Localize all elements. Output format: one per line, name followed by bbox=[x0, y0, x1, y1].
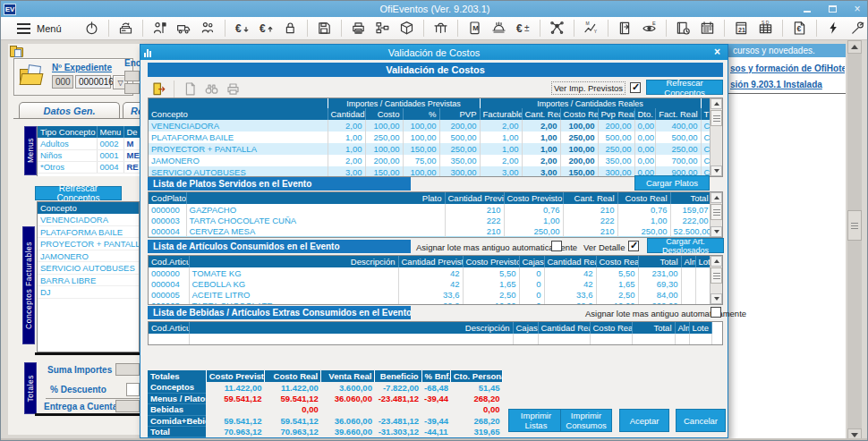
table-row[interactable]: Adultos0002M bbox=[38, 138, 140, 149]
table-row[interactable]: 000003TARTA CHOCOLATE CUÑA2221,002221,00… bbox=[149, 215, 711, 225]
table-row[interactable]: 000004CEBOLLA KG421,650421,6569,30 bbox=[149, 278, 711, 289]
asignar-lote-bebidas-checkbox[interactable] bbox=[711, 307, 721, 318]
euro-pm-icon[interactable]: €± bbox=[511, 19, 535, 38]
encargado-field-2[interactable] bbox=[124, 83, 140, 94]
table-row[interactable]: 000003TARTA CHOCOLATE22,210,00022,210,00… bbox=[149, 300, 711, 305]
table-row[interactable]: *Otros0004RE bbox=[38, 161, 140, 173]
dialog-titlebar[interactable]: Validación de Costos × bbox=[140, 45, 728, 60]
calendar-icon[interactable] bbox=[695, 19, 719, 38]
dish-icon[interactable] bbox=[487, 19, 511, 38]
refrescar-conceptos-left-button[interactable]: Refrescar Conceptos bbox=[35, 186, 122, 200]
power-icon[interactable] bbox=[80, 19, 104, 38]
scroll-up-button[interactable] bbox=[847, 40, 862, 54]
asignar-lote-checkbox[interactable] bbox=[551, 241, 562, 251]
graph-icon[interactable]: MY bbox=[579, 19, 603, 38]
list-item[interactable]: VENENCIADORA bbox=[38, 214, 139, 226]
printer-icon[interactable] bbox=[222, 81, 243, 98]
descuento-field[interactable] bbox=[126, 383, 140, 396]
table-row[interactable]: 000005FRITURAS VARIADAS21010,7521010,752… bbox=[149, 236, 711, 238]
grid-sd-icon[interactable]: S D bbox=[753, 19, 778, 38]
network-icon[interactable] bbox=[545, 19, 569, 38]
cargar-platos-button[interactable]: Cargar Platos bbox=[634, 175, 710, 191]
list-item[interactable]: SERVICIO AUTOBUSES bbox=[38, 262, 139, 275]
table-row[interactable]: Bebidas 0,00 0,00 bbox=[148, 404, 503, 415]
list-item[interactable]: DJ bbox=[38, 286, 139, 299]
scroll-down-button[interactable] bbox=[711, 226, 722, 237]
articulos-scrollbar[interactable] bbox=[710, 256, 722, 304]
vertical-tab-totales[interactable]: Totales bbox=[24, 362, 37, 414]
table-row[interactable]: VENENCIADORA2,00100,00100,00200,002,002,… bbox=[149, 120, 711, 131]
scroll-up-button[interactable] bbox=[711, 192, 722, 203]
ver-detalle-checkbox[interactable] bbox=[628, 241, 639, 251]
vertical-tab-conceptos-facturables[interactable]: Conceptos Facturables bbox=[22, 226, 35, 344]
calendar-21-icon[interactable]: 21 bbox=[729, 19, 753, 38]
lock-icon[interactable] bbox=[278, 19, 302, 38]
vertical-tab-menus[interactable]: Menus bbox=[24, 126, 37, 175]
exit-icon[interactable] bbox=[148, 81, 169, 98]
table-row[interactable]: 000000GAZPACHO2100,762100,76159,07 bbox=[149, 204, 711, 215]
new-doc-icon[interactable] bbox=[179, 81, 200, 98]
menu-button[interactable]: Menú bbox=[8, 21, 71, 36]
table-row[interactable]: Menus / Platos59.541,1259.541,1236.060,0… bbox=[148, 393, 503, 403]
table-row[interactable]: Comida+Bebida59.541,1259.541,1236.060,00… bbox=[148, 415, 503, 426]
suppliers-icon[interactable] bbox=[172, 19, 196, 38]
print-icon[interactable] bbox=[346, 19, 370, 38]
cancelar-button[interactable]: Cancelar bbox=[676, 409, 726, 432]
org-chart-icon[interactable] bbox=[370, 19, 395, 38]
table-row[interactable]: 000005ACEITE LITRO33,62,50033,62,5084,00 bbox=[149, 289, 711, 300]
scrollbar-thumb[interactable] bbox=[711, 204, 722, 220]
menu-card-icon[interactable]: M bbox=[463, 19, 487, 38]
scroll-down-button[interactable] bbox=[711, 165, 722, 176]
cargar-art-desglosados-button[interactable]: Cargar Art. Desglosados bbox=[647, 238, 724, 253]
book-icon[interactable] bbox=[613, 19, 637, 38]
doc-euro-icon[interactable]: € bbox=[787, 19, 812, 38]
conceptos-scrollbar[interactable] bbox=[710, 98, 722, 176]
list-item[interactable]: BARRA LIBRE bbox=[38, 275, 139, 287]
ver-imp-previstos-label[interactable]: Ver Imp. Previstos bbox=[551, 81, 625, 95]
table-row[interactable]: 000000TOMATE KG425,500425,50231,00 bbox=[149, 267, 711, 278]
expediente-number-field[interactable]: 00000167 bbox=[75, 75, 111, 89]
scrollbar-thumb[interactable] bbox=[711, 110, 722, 126]
tools-icon[interactable] bbox=[846, 19, 868, 38]
cash-register-icon[interactable] bbox=[114, 19, 138, 38]
table-row[interactable]: SERVICIO AUTOBUSES3,00150,00100,00300,00… bbox=[149, 166, 711, 177]
book-clock-icon[interactable] bbox=[671, 19, 695, 38]
eye-icon[interactable]: E bbox=[637, 19, 661, 38]
clients-icon[interactable] bbox=[148, 19, 172, 38]
aceptar-button[interactable]: Aceptar bbox=[619, 409, 669, 432]
refrescar-conceptos-button[interactable]: Refrescar Conceptos bbox=[646, 80, 723, 95]
ver-imp-previstos-checkbox[interactable] bbox=[630, 82, 641, 93]
table-row[interactable]: Conceptos11.422,0011.422,003.600,00-7.82… bbox=[148, 382, 503, 393]
staff-icon[interactable] bbox=[196, 19, 220, 38]
euro-up-icon[interactable]: € bbox=[254, 19, 278, 38]
scroll-down-button[interactable] bbox=[711, 293, 722, 304]
close-button[interactable]: × bbox=[851, 3, 864, 14]
dialog-close-icon[interactable]: × bbox=[714, 45, 720, 60]
table-row[interactable]: 000004CERVEZA MESA210250,00210250,0052.5… bbox=[149, 225, 711, 236]
imprimir-consumos-button[interactable]: Imprimir Consumos bbox=[560, 409, 612, 432]
scrollbar-thumb[interactable] bbox=[711, 267, 722, 284]
scroll-up-button[interactable] bbox=[711, 256, 722, 267]
scroll-up-button[interactable] bbox=[711, 98, 722, 109]
main-scrollbar[interactable] bbox=[847, 40, 862, 441]
table-row[interactable]: Niños0001ME bbox=[38, 149, 140, 161]
table-row[interactable]: JAMONERO2,00200,0075,00350,002,002,00200… bbox=[149, 155, 711, 166]
package-icon[interactable] bbox=[395, 19, 419, 38]
expediente-code-field[interactable]: 000 bbox=[52, 75, 73, 89]
table-row[interactable] bbox=[149, 334, 711, 344]
euro-down-icon[interactable]: € bbox=[230, 19, 254, 38]
suma-importes-field[interactable] bbox=[115, 363, 140, 376]
news-link-cursos[interactable]: sos y formación de OfiHotel bbox=[730, 64, 845, 73]
maximize-button[interactable] bbox=[826, 3, 838, 14]
list-item[interactable]: PROYECTOR + PANTALLA bbox=[38, 238, 139, 250]
table-row[interactable]: PROYECTOR + PANTALLA1,00100,00150,00250,… bbox=[149, 143, 711, 155]
news-link-version[interactable]: sión 9.203.1 Instalada bbox=[730, 80, 845, 89]
tab-datos-gen[interactable]: Datos Gen. bbox=[19, 102, 120, 118]
platos-scrollbar[interactable] bbox=[710, 192, 722, 237]
lightning-icon[interactable] bbox=[821, 19, 846, 38]
imprimir-listas-button[interactable]: Imprimir Listas bbox=[508, 409, 564, 432]
entrega-field[interactable] bbox=[115, 400, 140, 412]
scrollbar-thumb[interactable] bbox=[847, 210, 862, 241]
table-icon[interactable] bbox=[429, 19, 453, 38]
table-row[interactable]: PLATAFORMA BAILE1,00250,00100,00500,001,… bbox=[149, 131, 711, 143]
